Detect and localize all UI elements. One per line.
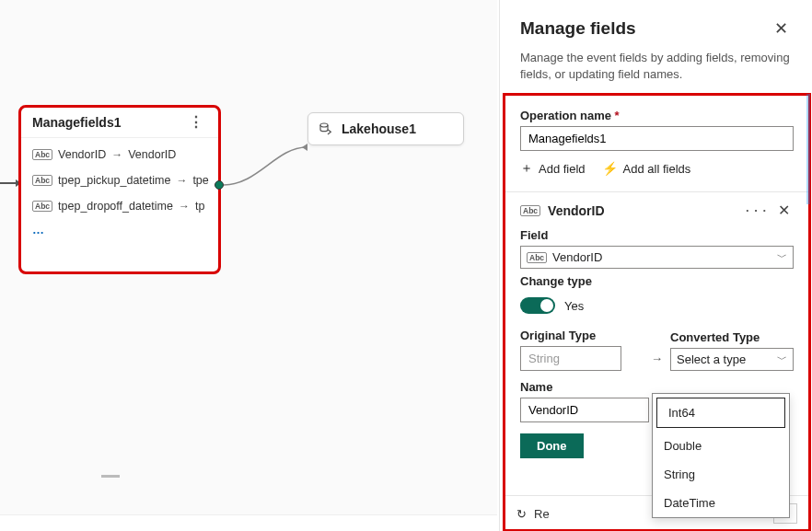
done-button[interactable]: Done: [520, 433, 584, 458]
node-title: Lakehouse1: [342, 121, 416, 136]
type-option[interactable]: String: [653, 460, 789, 489]
slider-rule: [101, 475, 120, 478]
field-section-title: VendorID: [548, 203, 738, 218]
chevron-down-icon: ﹀: [777, 250, 787, 264]
add-field-label: Add field: [539, 162, 586, 176]
panel-subtitle: Manage the event fields by adding fields…: [500, 46, 812, 94]
field-select-value: VendorID: [552, 250, 602, 264]
converted-type-dropdown[interactable]: Int64 Double String DateTime: [652, 393, 790, 518]
connector-edge: [0, 129, 322, 239]
type-option[interactable]: Double: [653, 432, 789, 460]
type-option[interactable]: DateTime: [653, 489, 789, 517]
operation-name-label: Operation name: [520, 109, 794, 122]
original-type-input: [520, 346, 621, 371]
name-input[interactable]: [520, 398, 649, 422]
node-more-icon[interactable]: ⋮: [185, 119, 207, 126]
close-icon[interactable]: ✕: [771, 15, 792, 42]
panel-title: Manage fields: [520, 18, 636, 39]
add-field-button[interactable]: ＋ Add field: [520, 160, 586, 177]
field-more-icon[interactable]: · · ·: [746, 203, 767, 217]
remove-field-icon[interactable]: ✕: [774, 202, 794, 219]
refresh-icon[interactable]: ↻: [516, 507, 527, 521]
type-option[interactable]: Int64: [656, 398, 785, 428]
manage-fields-panel: Manage fields ✕ Manage the event fields …: [499, 0, 812, 531]
toggle-text: Yes: [564, 299, 584, 313]
converted-type-select[interactable]: Select a type ﹀: [670, 348, 794, 371]
node-title: Managefields1: [32, 115, 121, 130]
converted-type-placeholder: Select a type: [677, 352, 746, 366]
lightning-icon: ⚡: [602, 161, 618, 176]
chevron-down-icon: ﹀: [777, 352, 787, 366]
refresh-label: Re: [534, 507, 550, 521]
lakehouse-icon: [318, 121, 334, 137]
svg-point-0: [320, 123, 328, 127]
field-select[interactable]: Abc VendorID ﹀: [520, 246, 794, 269]
panel-body-highlight: Operation name ＋ Add field ⚡ Add all fie…: [504, 94, 810, 531]
field-label: Field: [520, 228, 794, 242]
change-type-toggle[interactable]: [520, 297, 555, 314]
add-all-fields-label: Add all fields: [623, 162, 691, 176]
converted-type-label: Converted Type: [670, 330, 794, 344]
lakehouse-node[interactable]: Lakehouse1: [307, 112, 464, 145]
type-icon: Abc: [527, 252, 547, 263]
change-type-label: Change type: [520, 274, 794, 288]
plus-icon: ＋: [520, 160, 533, 177]
operation-name-input[interactable]: [520, 126, 794, 151]
type-icon: Abc: [520, 205, 540, 216]
original-type-label: Original Type: [520, 329, 644, 342]
add-all-fields-button[interactable]: ⚡ Add all fields: [602, 160, 691, 177]
pipeline-canvas[interactable]: Managefields1 ⋮ Abc VendorID → VendorID …: [0, 0, 497, 515]
arrow-icon: →: [651, 352, 663, 371]
